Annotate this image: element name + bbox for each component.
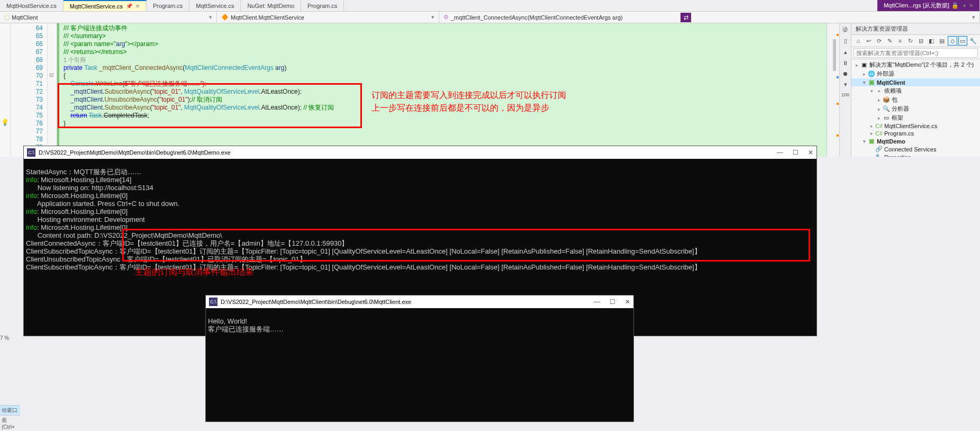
tab-program1[interactable]: Program.cs <box>147 0 189 11</box>
solution-toolbar: ⌂ ↩ ⟳ ✎ ≡ ↻ ⊟ ◧ ▤ ◇ ▭ 🔧 <box>851 35 980 47</box>
bottom-tool-windows: 动窗口 索 (Ctrl+ <box>0 405 20 431</box>
cmd-icon: C:\ <box>27 148 35 157</box>
tree-connected-services[interactable]: 🔗Connected Services <box>851 145 980 153</box>
tree-file-clientservice[interactable]: ▸C#MqttClientService.cs <box>851 122 980 130</box>
tab-program2[interactable]: Program.cs <box>301 0 344 11</box>
code-text[interactable]: /// 客户端连接成功事件 /// </summary> /// <param … <box>57 23 827 157</box>
wrench-icon: 🔧 <box>875 154 883 157</box>
console2-title: D:\VS2022_Project\MqttDemo\MqttClient\bi… <box>221 299 411 305</box>
csproj-icon: ▣ <box>867 138 876 145</box>
editor-side-toolbar: 诊 ▯ ▴ ⏸ ⏺ ▾ 100 <box>839 23 851 157</box>
tree-project-mqttclient[interactable]: ▾▣MqttClient <box>851 78 980 86</box>
tab-metadata[interactable]: MqttClien...rgs [从元数据]🔒▾✕ <box>877 0 980 11</box>
tree-file-program[interactable]: ▸C#Program.cs <box>851 130 980 137</box>
properties-icon[interactable]: ▤ <box>937 36 947 46</box>
framework-icon: ▭ <box>882 114 891 121</box>
solution-icon: ▣ <box>860 61 868 68</box>
annotation-box-console <box>122 229 810 262</box>
autos-window-tab[interactable]: 动窗口 <box>0 405 20 415</box>
cs-file-icon: C# <box>875 130 883 137</box>
tree-deps[interactable]: ▾▫依赖项 <box>851 86 980 95</box>
split-icon[interactable]: ▯ <box>844 38 847 44</box>
csharp-icon: ▢ <box>4 14 10 21</box>
console1-titlebar[interactable]: C:\ D:\VS2022_Project\MqttDemo\MqttDemo\… <box>24 146 816 159</box>
nav-method[interactable]: ⚙_mqttClient_ConnectedAsync(MqttClientCo… <box>439 12 980 23</box>
arrow-up-icon[interactable]: ▴ <box>844 49 847 56</box>
tab-mqtthostservice[interactable]: MqttHostService.cs <box>0 0 63 11</box>
line-numbers: 64656667686970717273747576777879 <box>11 23 48 157</box>
package-icon: 📦 <box>882 96 891 103</box>
percent-label: 100 <box>841 92 849 97</box>
solution-search <box>851 47 980 59</box>
method-icon: ⚙ <box>443 14 449 21</box>
tree-external[interactable]: ▸🌐外部源 <box>851 69 980 78</box>
tree-frameworks[interactable]: ▸▭框架 <box>851 113 980 122</box>
editor-scrollbar[interactable] <box>827 23 839 157</box>
annotation-text-2: 上一步写在连接前后都是不可以的，因为是异步 <box>371 104 549 112</box>
solution-explorer-title: 解决方案资源管理器 <box>851 23 980 35</box>
console-window-client: C:\ D:\VS2022_Project\MqttDemo\MqttClien… <box>205 295 634 422</box>
nav-class[interactable]: 🔶MqttClient.MqttClientService▾ <box>217 12 439 23</box>
annotation-text-1: 订阅的主题需要写入到连接完成以后才可以执行订阅 <box>371 91 566 99</box>
record-icon[interactable]: ⏺ <box>842 70 848 77</box>
close-icon[interactable]: ✕ <box>625 298 630 306</box>
annotation-box-code <box>58 83 362 128</box>
console2-output[interactable]: Hello, World!客户端已连接服务端…… <box>206 308 633 350</box>
pin-icon[interactable]: 📌 <box>126 3 132 9</box>
live-share-icon[interactable]: ⇄ <box>680 13 691 22</box>
close-icon[interactable]: ✕ <box>969 3 973 8</box>
refresh-icon[interactable]: ↻ <box>906 36 915 46</box>
maximize-icon[interactable]: ☐ <box>610 298 615 306</box>
search-hint: 索 (Ctrl+ <box>0 415 20 431</box>
arrow-down-icon[interactable]: ▾ <box>844 81 847 88</box>
view-icon[interactable]: ▭ <box>958 36 968 46</box>
close-icon[interactable]: ✕ <box>808 149 813 156</box>
csproj-icon: ▣ <box>867 79 876 86</box>
preview-icon[interactable]: ◇ <box>948 36 957 46</box>
tab-mqttclientservice[interactable]: MqttClientService.cs📌✕ <box>63 0 147 11</box>
outlining-margin: ⊟ <box>48 23 57 157</box>
connected-icon: 🔗 <box>875 146 883 152</box>
cs-file-icon: C# <box>875 123 883 129</box>
console2-titlebar[interactable]: C:\ D:\VS2022_Project\MqttDemo\MqttClien… <box>206 295 633 308</box>
brush-icon[interactable]: ✎ <box>885 36 894 46</box>
tree-properties[interactable]: ▸🔧Properties <box>851 153 980 157</box>
document-tab-bar: MqttHostService.cs MqttClientService.cs📌… <box>0 0 980 12</box>
scroll-thumb[interactable] <box>833 39 836 71</box>
showall-icon[interactable]: ◧ <box>927 36 936 46</box>
wrench-icon[interactable]: 🔧 <box>968 36 978 46</box>
indicator-margin: 💡 <box>0 23 11 157</box>
code-editor[interactable]: 💡 64656667686970717273747576777879 ⊟ ///… <box>0 23 839 157</box>
console1-title: D:\VS2022_Project\MqttDemo\MqttDemo\bin\… <box>39 149 231 156</box>
maximize-icon[interactable]: ☐ <box>793 149 798 156</box>
solution-search-input[interactable] <box>854 48 978 58</box>
tree-project-mqttdemo[interactable]: ▾▣MqttDemo <box>851 137 980 145</box>
cmd-icon: C:\ <box>209 298 217 306</box>
collapse-icon[interactable]: ⊟ <box>49 72 53 78</box>
lightbulb-icon[interactable]: 💡 <box>1 119 9 126</box>
tree-solution-root[interactable]: ▸▣解决方案"MqttDemo"(2 个项目，共 2 个) <box>851 60 980 69</box>
analyzer-icon: 🔍 <box>882 105 891 112</box>
diag-icon[interactable]: 诊 <box>842 25 848 33</box>
navigation-bar: ▢MqttClient▾ 🔶MqttClient.MqttClientServi… <box>0 12 980 23</box>
minimize-icon[interactable]: — <box>594 298 600 306</box>
sync-icon[interactable]: ⟳ <box>875 36 884 46</box>
close-icon[interactable]: ✕ <box>135 3 140 9</box>
nav-project[interactable]: ▢MqttClient▾ <box>0 12 217 23</box>
tree-packages[interactable]: ▸📦包 <box>851 95 980 104</box>
pause-icon[interactable]: ⏸ <box>842 60 848 66</box>
home-icon[interactable]: ⌂ <box>854 36 863 46</box>
filter-icon[interactable]: ≡ <box>895 36 905 46</box>
external-icon: 🌐 <box>867 70 876 77</box>
solution-tree[interactable]: ▸▣解决方案"MqttDemo"(2 个项目，共 2 个) ▸🌐外部源 ▾▣Mq… <box>851 59 980 157</box>
class-icon: 🔶 <box>221 14 229 21</box>
minimize-icon[interactable]: — <box>777 149 783 156</box>
tab-nuget[interactable]: NuGet: MqttDemo <box>241 0 301 11</box>
collapse-icon[interactable]: ⊟ <box>917 36 926 46</box>
lock-icon: 🔒 <box>951 2 959 9</box>
deps-icon: ▫ <box>875 88 883 94</box>
back-icon[interactable]: ↩ <box>864 36 874 46</box>
tree-analyzers[interactable]: ▸🔍分析器 <box>851 104 980 113</box>
tab-mqttservice[interactable]: MqttService.cs <box>189 0 241 11</box>
annotation-text-console: 主题的订阅与取消事件输出结果 <box>135 267 253 278</box>
